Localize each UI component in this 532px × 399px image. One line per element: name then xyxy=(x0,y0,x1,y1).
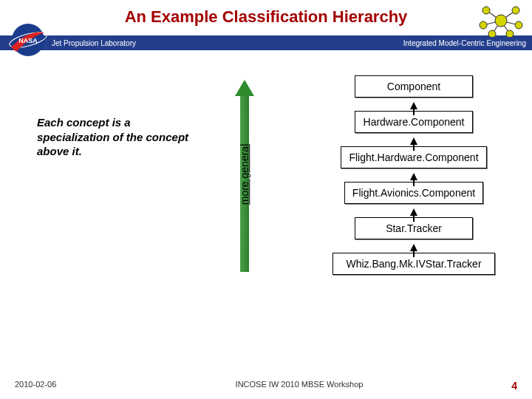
hierarchy-column: Component Hardware.Component Flight.Hard… xyxy=(310,72,517,278)
nasa-logo-icon: NASA xyxy=(7,22,49,58)
header-bar: Jet Propulsion Laboratory Integrated Mod… xyxy=(0,35,532,50)
svg-text:NASA: NASA xyxy=(18,37,38,44)
arrow-label: more general xyxy=(239,144,250,205)
footer-date: 2010-02-06 xyxy=(15,380,103,392)
slide-title: An Example Classification Hierarchy xyxy=(0,0,532,27)
svg-point-13 xyxy=(515,21,522,29)
up-arrow-icon xyxy=(410,173,417,180)
svg-point-15 xyxy=(506,30,514,37)
up-arrow-icon xyxy=(410,244,417,251)
svg-point-9 xyxy=(495,15,507,27)
svg-point-10 xyxy=(482,7,490,14)
network-icon xyxy=(479,4,523,37)
footer-page-number: 4 xyxy=(495,380,517,392)
footer-event: INCOSE IW 2010 MBSE Workshop xyxy=(103,380,495,392)
caption-text: Each concept is a specialization of the … xyxy=(37,115,192,159)
up-arrow-icon xyxy=(410,208,417,216)
up-arrow-icon xyxy=(410,102,417,109)
content-area: Each concept is a specialization of the … xyxy=(0,58,532,368)
up-arrow-icon xyxy=(410,137,417,145)
footer: 2010-02-06 INCOSE IW 2010 MBSE Workshop … xyxy=(0,380,532,392)
svg-point-12 xyxy=(480,21,487,29)
hierarchy-box: Component xyxy=(355,75,473,98)
header-right: Integrated Model-Centric Engineering xyxy=(403,39,526,47)
svg-point-14 xyxy=(488,30,496,37)
header-left: Jet Propulsion Laboratory xyxy=(52,39,136,47)
svg-point-11 xyxy=(512,7,519,14)
